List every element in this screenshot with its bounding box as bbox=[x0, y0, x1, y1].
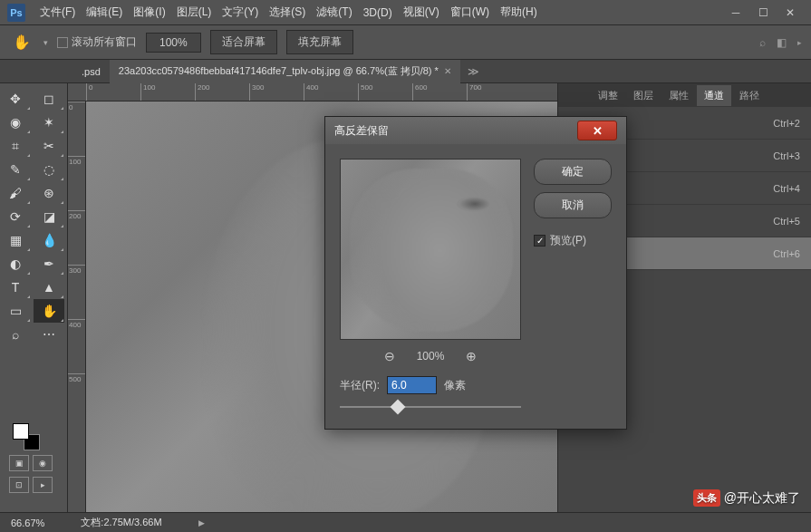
tab-layers[interactable]: 图层 bbox=[626, 85, 661, 106]
magic-wand-tool[interactable]: ✶ bbox=[34, 111, 64, 134]
shape-tool[interactable]: ▭ bbox=[0, 299, 31, 323]
path-select-tool[interactable]: ▲ bbox=[34, 276, 64, 299]
close-window-button[interactable]: ✕ bbox=[777, 4, 804, 22]
tab-paths[interactable]: 路径 bbox=[732, 85, 767, 106]
tab-label: .psd bbox=[82, 66, 101, 77]
crop-tool[interactable]: ⌗ bbox=[0, 134, 31, 158]
dialog-titlebar[interactable]: 高反差保留 ✕ bbox=[325, 117, 626, 144]
preview-checkbox[interactable]: ✓ 预览(P) bbox=[534, 233, 612, 248]
watermark: 头条 @开心太难了 bbox=[693, 489, 800, 507]
minimize-button[interactable]: ─ bbox=[722, 4, 749, 22]
radius-slider[interactable] bbox=[340, 400, 521, 414]
quickmask-mode-icon[interactable]: ◉ bbox=[33, 455, 53, 471]
edit-toolbar[interactable]: ⋯ bbox=[34, 323, 64, 346]
status-zoom: 66.67% bbox=[11, 517, 44, 528]
vertical-ruler: 0100200300400500 bbox=[68, 102, 86, 512]
type-tool[interactable]: T bbox=[0, 276, 31, 299]
chevron-down-icon[interactable]: ▾ bbox=[43, 38, 48, 47]
tabs-overflow-icon[interactable]: ≫ bbox=[468, 65, 479, 78]
highpass-dialog: 高反差保留 ✕ ⊖ 100% ⊕ 半径(R): 像素 确定 取消 bbox=[324, 116, 627, 430]
status-doc: 文档:2.75M/3.66M bbox=[81, 516, 161, 529]
zoom-out-icon[interactable]: ⊖ bbox=[384, 349, 395, 363]
workspace-icon[interactable]: ◧ bbox=[777, 36, 787, 49]
menu-view[interactable]: 视图(V) bbox=[398, 5, 445, 20]
menu-filter[interactable]: 滤镜(T) bbox=[311, 5, 357, 20]
blur-tool[interactable]: 💧 bbox=[34, 228, 64, 252]
dialog-preview-image[interactable] bbox=[340, 159, 521, 340]
close-tab-icon[interactable]: ✕ bbox=[444, 66, 451, 76]
zoom-in-icon[interactable]: ⊕ bbox=[466, 349, 477, 363]
menu-file[interactable]: 文件(F) bbox=[34, 5, 81, 20]
fill-screen-button[interactable]: 填充屏幕 bbox=[286, 30, 353, 54]
tab-label: 23a203cc0579486fbebbaf417146dfe7_tplv-ob… bbox=[119, 64, 439, 78]
dialog-title-text: 高反差保留 bbox=[334, 123, 389, 139]
scroll-all-label: 滚动所有窗口 bbox=[72, 34, 137, 50]
eraser-tool[interactable]: ◪ bbox=[34, 205, 64, 228]
history-brush-tool[interactable]: ⟳ bbox=[0, 205, 31, 228]
cancel-button[interactable]: 取消 bbox=[534, 192, 612, 218]
menu-bar: Ps 文件(F) 编辑(E) 图像(I) 图层(L) 文字(Y) 选择(S) 滤… bbox=[0, 0, 811, 25]
options-bar: ✋ ▾ 滚动所有窗口 100% 适合屏幕 填充屏幕 ⌕ ◧ ▸ bbox=[0, 25, 811, 60]
hand-tool-icon: ✋ bbox=[9, 30, 34, 55]
menu-3d[interactable]: 3D(D) bbox=[358, 6, 398, 19]
tab-adjustments[interactable]: 调整 bbox=[591, 85, 625, 106]
tools-panel: ✥ ◻ ◉ ✶ ⌗ ✂ ✎ ◌ 🖌 ⊛ ⟳ ◪ ▦ 💧 ◐ ✒ T ▲ ▭ ✋ … bbox=[0, 83, 68, 512]
hand-tool[interactable]: ✋ bbox=[34, 299, 64, 323]
marquee-tool[interactable]: ◻ bbox=[34, 87, 64, 111]
tab-psd[interactable]: .psd bbox=[72, 60, 110, 83]
radius-input[interactable] bbox=[387, 376, 437, 394]
menu-edit[interactable]: 编辑(E) bbox=[81, 5, 128, 20]
move-tool[interactable]: ✥ bbox=[0, 87, 31, 111]
slice-tool[interactable]: ✂ bbox=[34, 134, 64, 158]
chevron-right-icon[interactable]: ▸ bbox=[797, 38, 802, 47]
patch-tool[interactable]: ◌ bbox=[34, 158, 64, 181]
zoom-level-box[interactable]: 100% bbox=[146, 33, 201, 53]
chevron-right-icon[interactable]: ▸ bbox=[33, 477, 53, 493]
gradient-tool[interactable]: ▦ bbox=[0, 228, 31, 252]
radius-label: 半径(R): bbox=[340, 378, 380, 393]
menu-image[interactable]: 图像(I) bbox=[128, 5, 170, 20]
watermark-text: @开心太难了 bbox=[724, 490, 800, 507]
foreground-color[interactable] bbox=[13, 423, 29, 440]
brush-tool[interactable]: 🖌 bbox=[0, 181, 31, 205]
tab-channels[interactable]: 通道 bbox=[697, 85, 731, 106]
ok-button[interactable]: 确定 bbox=[534, 159, 612, 185]
maximize-button[interactable]: ☐ bbox=[749, 4, 777, 22]
standard-mode-icon[interactable]: ▣ bbox=[9, 455, 29, 471]
menu-window[interactable]: 窗口(W) bbox=[445, 5, 495, 20]
document-tabs: .psd 23a203cc0579486fbebbaf417146dfe7_tp… bbox=[0, 60, 811, 83]
fit-screen-button[interactable]: 适合屏幕 bbox=[210, 30, 277, 54]
search-icon[interactable]: ⌕ bbox=[759, 36, 766, 49]
stamp-tool[interactable]: ⊛ bbox=[34, 181, 64, 205]
lasso-tool[interactable]: ◉ bbox=[0, 111, 31, 134]
zoom-tool[interactable]: ⌕ bbox=[0, 323, 31, 346]
status-bar: 66.67% 文档:2.75M/3.66M ▶ bbox=[0, 512, 811, 532]
watermark-brand: 头条 bbox=[693, 489, 720, 507]
app-logo: Ps bbox=[7, 4, 25, 22]
horizontal-ruler: 0100200300400500600700 bbox=[68, 83, 557, 102]
tab-jpg[interactable]: 23a203cc0579486fbebbaf417146dfe7_tplv-ob… bbox=[110, 60, 460, 83]
menu-type[interactable]: 文字(Y) bbox=[217, 5, 264, 20]
checkbox-icon: ✓ bbox=[534, 235, 545, 247]
scroll-all-checkbox[interactable]: 滚动所有窗口 bbox=[57, 34, 137, 50]
status-menu-icon[interactable]: ▶ bbox=[198, 518, 205, 527]
radius-unit: 像素 bbox=[444, 378, 466, 393]
dodge-tool[interactable]: ◐ bbox=[0, 252, 31, 276]
tab-properties[interactable]: 属性 bbox=[661, 85, 696, 106]
menu-layer[interactable]: 图层(L) bbox=[171, 5, 217, 20]
eyedropper-tool[interactable]: ✎ bbox=[0, 158, 31, 181]
pen-tool[interactable]: ✒ bbox=[34, 252, 64, 276]
menu-select[interactable]: 选择(S) bbox=[264, 5, 311, 20]
preview-zoom-value: 100% bbox=[417, 350, 445, 363]
screen-mode-icon[interactable]: ⊡ bbox=[9, 477, 29, 493]
preview-label: 预览(P) bbox=[550, 233, 586, 248]
dialog-close-button[interactable]: ✕ bbox=[577, 121, 617, 140]
menu-help[interactable]: 帮助(H) bbox=[495, 5, 543, 20]
